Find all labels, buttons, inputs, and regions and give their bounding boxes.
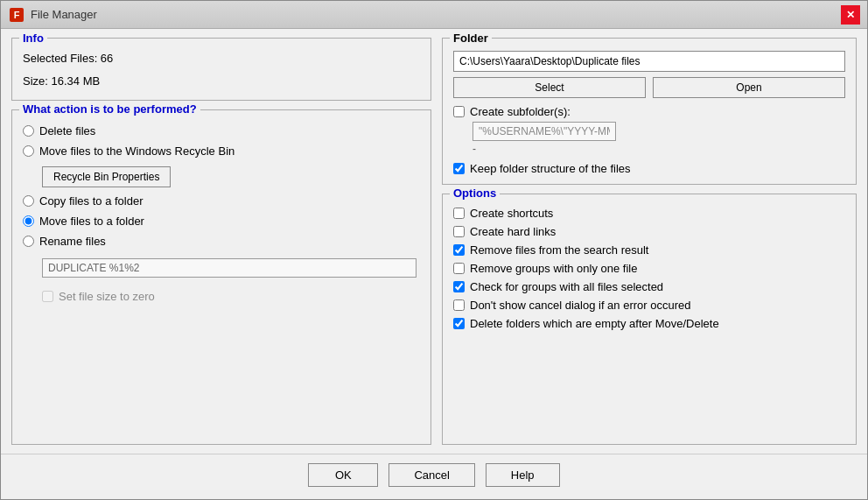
content-area: Info Selected Files: 66 Size: 16.34 MB W…	[1, 29, 867, 454]
subfolder-row: Create subfolder(s):	[453, 105, 845, 118]
no-cancel-checkbox[interactable]	[453, 299, 465, 311]
option-shortcuts[interactable]: Create shortcuts	[453, 207, 845, 220]
subfolder-template-input[interactable]	[472, 122, 616, 141]
left-panel: Info Selected Files: 66 Size: 16.34 MB W…	[11, 38, 431, 445]
rename-pattern-input[interactable]	[42, 258, 416, 278]
radio-delete[interactable]: Delete files	[23, 124, 420, 137]
hard-links-checkbox[interactable]	[453, 226, 465, 237]
delete-empty-checkbox[interactable]	[453, 318, 465, 329]
shortcuts-checkbox[interactable]	[453, 208, 465, 219]
radio-copy[interactable]: Copy files to a folder	[23, 194, 420, 208]
info-group: Info Selected Files: 66 Size: 16.34 MB	[11, 38, 431, 101]
subfolder-note: -	[472, 143, 845, 155]
options-title: Options	[450, 187, 500, 200]
option-no-cancel[interactable]: Don't show cancel dialog if an error occ…	[453, 299, 845, 312]
help-button[interactable]: Help	[486, 463, 560, 487]
radio-copy-label: Copy files to a folder	[39, 194, 144, 208]
radio-delete-label: Delete files	[39, 124, 95, 137]
main-window: F File Manager ✕ Info Selected Files: 66…	[0, 0, 868, 500]
check-groups-label: Check for groups with all files selected	[470, 280, 663, 293]
radio-recycle-input[interactable]	[23, 145, 34, 157]
folder-path-input[interactable]	[453, 51, 845, 72]
size-label: Size: 16.34 MB	[23, 72, 420, 91]
action-radio-group: Delete files Move files to the Windows R…	[23, 124, 420, 303]
radio-rename-label: Rename files	[39, 235, 106, 248]
set-zero-row: Set file size to zero	[42, 290, 420, 303]
radio-recycle[interactable]: Move files to the Windows Recycle Bin	[23, 144, 420, 158]
remove-groups-label: Remove groups with only one file	[470, 262, 638, 275]
action-group: What action is to be performed? Delete f…	[11, 109, 431, 445]
set-zero-label: Set file size to zero	[59, 290, 155, 303]
remove-search-label: Remove files from the search result	[470, 243, 648, 257]
set-zero-checkbox[interactable]	[42, 291, 53, 302]
remove-search-checkbox[interactable]	[453, 244, 465, 256]
hard-links-label: Create hard links	[470, 225, 556, 238]
radio-delete-input[interactable]	[23, 125, 34, 137]
option-check-groups[interactable]: Check for groups with all files selected	[453, 280, 845, 293]
folder-buttons: Select Open	[453, 77, 845, 98]
shortcuts-label: Create shortcuts	[470, 207, 553, 220]
title-bar: F File Manager ✕	[1, 1, 867, 29]
keep-structure-checkbox[interactable]	[453, 163, 465, 174]
radio-copy-input[interactable]	[23, 195, 34, 207]
folder-group: Folder Select Open Create subfolder(s): …	[442, 38, 857, 185]
create-subfolder-label: Create subfolder(s):	[470, 105, 570, 118]
delete-empty-label: Delete folders which are empty after Mov…	[470, 317, 719, 330]
action-title: What action is to be performed?	[19, 102, 200, 116]
create-subfolder-checkbox[interactable]	[453, 106, 465, 117]
options-group: Options Create shortcuts Create hard lin…	[442, 194, 857, 445]
option-remove-search[interactable]: Remove files from the search result	[453, 243, 845, 257]
radio-rename-input[interactable]	[23, 236, 34, 247]
selected-files-label: Selected Files: 66	[23, 49, 420, 68]
title-bar-left: F File Manager	[8, 6, 97, 24]
option-remove-groups[interactable]: Remove groups with only one file	[453, 262, 845, 275]
radio-recycle-label: Move files to the Windows Recycle Bin	[39, 144, 234, 158]
keep-structure-row: Keep folder structure of the files	[453, 162, 845, 175]
recycle-bin-properties-button[interactable]: Recycle Bin Properties	[42, 166, 171, 187]
info-title: Info	[19, 32, 47, 45]
svg-text:F: F	[14, 10, 20, 20]
window-title: File Manager	[31, 8, 97, 21]
radio-move-input[interactable]	[23, 215, 34, 227]
open-button[interactable]: Open	[653, 77, 845, 98]
close-button[interactable]: ✕	[841, 5, 860, 25]
radio-move[interactable]: Move files to a folder	[23, 215, 420, 228]
remove-groups-checkbox[interactable]	[453, 263, 465, 274]
no-cancel-label: Don't show cancel dialog if an error occ…	[470, 299, 691, 312]
keep-structure-label: Keep folder structure of the files	[470, 162, 631, 175]
radio-move-label: Move files to a folder	[39, 215, 144, 228]
radio-rename[interactable]: Rename files	[23, 235, 420, 248]
options-list: Create shortcuts Create hard links Remov…	[453, 207, 845, 330]
bottom-bar: OK Cancel Help	[1, 454, 867, 499]
folder-title: Folder	[450, 32, 492, 45]
check-groups-checkbox[interactable]	[453, 281, 465, 292]
right-panel: Folder Select Open Create subfolder(s): …	[442, 38, 857, 445]
option-hard-links[interactable]: Create hard links	[453, 225, 845, 238]
select-button[interactable]: Select	[453, 77, 646, 98]
cancel-button[interactable]: Cancel	[388, 463, 474, 487]
ok-button[interactable]: OK	[308, 463, 378, 487]
option-delete-empty[interactable]: Delete folders which are empty after Mov…	[453, 317, 845, 330]
app-icon: F	[8, 6, 25, 24]
